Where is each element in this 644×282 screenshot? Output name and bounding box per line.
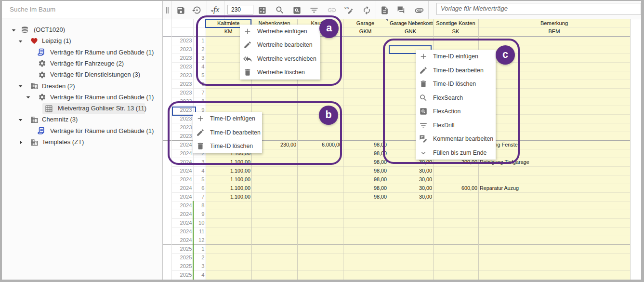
svg-text:VS: VS xyxy=(344,6,349,10)
